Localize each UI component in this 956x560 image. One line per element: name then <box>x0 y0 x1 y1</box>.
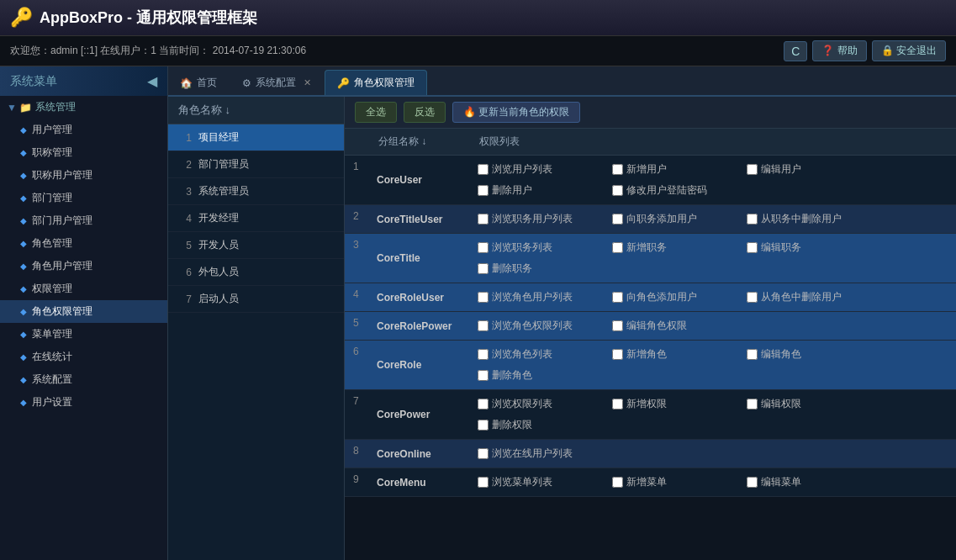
perm-checkbox[interactable] <box>747 399 758 409</box>
perm-check-从角色中删除用户[interactable]: 从角色中删除用户 <box>747 290 881 304</box>
perm-check-新增菜单[interactable]: 新增菜单 <box>612 475 747 489</box>
refresh-button[interactable]: C <box>784 41 807 61</box>
perm-checkbox[interactable] <box>747 164 758 175</box>
perm-checkbox[interactable] <box>478 185 489 196</box>
perm-check-删除职务[interactable]: 删除职务 <box>478 262 612 276</box>
perm-check-删除角色[interactable]: 删除角色 <box>478 368 612 383</box>
perm-checkbox[interactable] <box>478 164 489 175</box>
invert-select-button[interactable]: 反选 <box>404 102 446 123</box>
perm-table-wrap[interactable]: 分组名称 ↓ 权限列表 1 CoreUser 浏览用户列表 新增用户 编辑用户 … <box>345 129 956 560</box>
perm-check-浏览菜单列表[interactable]: 浏览菜单列表 <box>478 475 612 489</box>
perm-check-向职务添加用户[interactable]: 向职务添加用户 <box>612 212 747 226</box>
diamond-icon: ◆ <box>20 171 27 180</box>
role-name: 启动人员 <box>198 292 239 306</box>
perm-check-浏览用户列表[interactable]: 浏览用户列表 <box>478 162 612 177</box>
perm-checkbox[interactable] <box>478 448 489 459</box>
sidebar-collapse-btn[interactable]: ◀ <box>147 73 157 89</box>
perm-checkbox[interactable] <box>612 164 623 175</box>
perm-check-浏览职务列表[interactable]: 浏览职务列表 <box>478 240 612 255</box>
sidebar-item-部门管理[interactable]: ◆部门管理 <box>0 187 167 209</box>
sidebar-item-职称管理[interactable]: ◆职称管理 <box>0 141 167 164</box>
role-item-系统管理员[interactable]: 3系统管理员 <box>168 178 344 205</box>
perm-checkbox[interactable] <box>478 214 489 225</box>
perm-checkbox[interactable] <box>747 214 758 225</box>
update-perms-button[interactable]: 🔥 更新当前角色的权限 <box>452 102 580 123</box>
perm-checkbox[interactable] <box>478 292 489 303</box>
sidebar-item-用户设置[interactable]: ◆用户设置 <box>0 391 167 414</box>
perm-check-编辑菜单[interactable]: 编辑菜单 <box>747 475 881 489</box>
sidebar-section-title-system[interactable]: ▼ 📁 系统管理 <box>0 96 167 119</box>
perm-checkbox[interactable] <box>747 477 758 488</box>
role-item-项目经理[interactable]: 1项目经理 <box>168 124 344 151</box>
perm-checkbox[interactable] <box>478 242 489 253</box>
perm-checkbox[interactable] <box>747 292 758 303</box>
role-item-启动人员[interactable]: 7启动人员 <box>168 286 344 313</box>
role-item-开发人员[interactable]: 5开发人员 <box>168 232 344 259</box>
perm-checkbox[interactable] <box>612 320 623 331</box>
sidebar-item-在线统计[interactable]: ◆在线统计 <box>0 346 167 368</box>
logout-button[interactable]: 🔒 安全退出 <box>872 40 946 61</box>
perm-check-编辑权限[interactable]: 编辑权限 <box>747 397 881 411</box>
perm-check-浏览权限列表[interactable]: 浏览权限列表 <box>478 397 612 411</box>
perm-check-新增角色[interactable]: 新增角色 <box>612 347 747 362</box>
perm-check-浏览角色权限列表[interactable]: 浏览角色权限列表 <box>478 319 612 333</box>
perm-checkbox[interactable] <box>612 242 623 253</box>
perm-checkbox[interactable] <box>478 370 489 381</box>
sidebar-item-部门用户管理[interactable]: ◆部门用户管理 <box>0 209 167 232</box>
perm-checkbox[interactable] <box>478 477 489 488</box>
sidebar-item-权限管理[interactable]: ◆权限管理 <box>0 277 167 300</box>
perm-check-编辑用户[interactable]: 编辑用户 <box>747 162 881 177</box>
perm-check-浏览角色用户列表[interactable]: 浏览角色用户列表 <box>478 290 612 304</box>
perm-check-新增职务[interactable]: 新增职务 <box>612 240 747 255</box>
perm-checkbox[interactable] <box>747 242 758 253</box>
group-name: CorePower <box>368 390 469 440</box>
sidebar-item-用户管理[interactable]: ◆用户管理 <box>0 119 167 141</box>
sidebar-item-角色用户管理[interactable]: ◆角色用户管理 <box>0 255 167 277</box>
perm-checkbox[interactable] <box>612 214 623 225</box>
role-item-外包人员[interactable]: 6外包人员 <box>168 259 344 286</box>
perm-check-向角色添加用户[interactable]: 向角色添加用户 <box>612 290 747 304</box>
tab-首页[interactable]: 🏠首页 <box>168 71 229 95</box>
perm-checkbox[interactable] <box>612 399 623 409</box>
role-item-开发经理[interactable]: 4开发经理 <box>168 205 344 232</box>
perm-checkbox[interactable] <box>747 349 758 360</box>
perm-checkbox[interactable] <box>478 320 489 331</box>
perm-checkbox[interactable] <box>478 349 489 360</box>
diamond-icon: ◆ <box>20 148 27 157</box>
perm-group-row: 7 CorePower 浏览权限列表 新增权限 编辑权限 删除权限 <box>345 390 956 440</box>
perm-checkbox[interactable] <box>612 292 623 303</box>
perm-checkbox[interactable] <box>478 399 489 409</box>
role-item-部门管理员[interactable]: 2部门管理员 <box>168 151 344 178</box>
perm-check-编辑角色权限[interactable]: 编辑角色权限 <box>612 319 747 333</box>
diamond-icon: ◆ <box>20 262 27 271</box>
perm-check-浏览职务用户列表[interactable]: 浏览职务用户列表 <box>478 212 612 226</box>
perm-check-从职务中删除用户[interactable]: 从职务中删除用户 <box>747 212 881 226</box>
perm-check-删除用户[interactable]: 删除用户 <box>478 183 612 198</box>
perm-check-编辑角色[interactable]: 编辑角色 <box>747 347 881 362</box>
perm-check-浏览角色列表[interactable]: 浏览角色列表 <box>478 347 612 362</box>
sidebar-item-系统配置[interactable]: ◆系统配置 <box>0 368 167 391</box>
role-panel: 角色名称 ↓ 1项目经理2部门管理员3系统管理员4开发经理5开发人员6外包人员7… <box>168 97 345 560</box>
role-name: 系统管理员 <box>198 184 249 198</box>
perm-checkbox[interactable] <box>612 185 623 196</box>
perm-check-编辑职务[interactable]: 编辑职务 <box>747 240 881 255</box>
tab-close[interactable]: ✕ <box>304 77 311 88</box>
help-button[interactable]: ❓ 帮助 <box>812 40 866 61</box>
sidebar-item-职称用户管理[interactable]: ◆职称用户管理 <box>0 164 167 187</box>
diamond-icon: ◆ <box>20 125 27 135</box>
tab-系统配置[interactable]: ⚙系统配置✕ <box>230 71 323 95</box>
perm-checkbox[interactable] <box>612 349 623 360</box>
perm-checkbox[interactable] <box>478 420 489 431</box>
sidebar-item-菜单管理[interactable]: ◆菜单管理 <box>0 323 167 346</box>
tab-角色权限管理[interactable]: 🔑角色权限管理 <box>325 70 427 95</box>
perm-checkbox[interactable] <box>612 477 623 488</box>
select-all-button[interactable]: 全选 <box>355 102 397 123</box>
perm-check-删除权限[interactable]: 删除权限 <box>478 418 612 432</box>
perm-check-浏览在线用户列表[interactable]: 浏览在线用户列表 <box>478 446 612 461</box>
perm-check-新增权限[interactable]: 新增权限 <box>612 397 747 411</box>
sidebar-item-角色管理[interactable]: ◆角色管理 <box>0 232 167 255</box>
perm-checkbox[interactable] <box>478 263 489 274</box>
perm-check-修改用户登陆密码[interactable]: 修改用户登陆密码 <box>612 183 747 198</box>
perm-check-新增用户[interactable]: 新增用户 <box>612 162 747 177</box>
sidebar-item-角色权限管理[interactable]: ◆角色权限管理 <box>0 300 167 323</box>
